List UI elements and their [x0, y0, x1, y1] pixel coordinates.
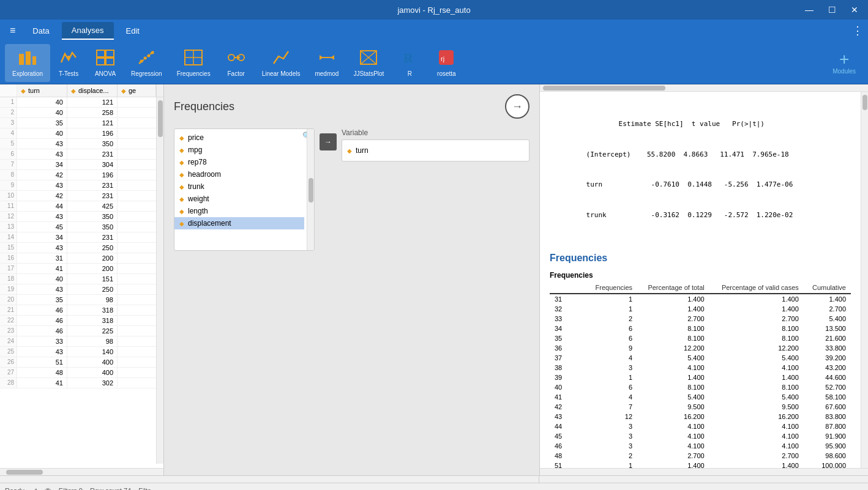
toolbar-medmod[interactable]: medmod — [307, 44, 346, 82]
row-number: 12 — [0, 212, 17, 221]
minimize-button[interactable]: — — [801, 4, 817, 16]
row-number: 5 — [0, 139, 17, 149]
r-icon: R — [400, 49, 419, 69]
toolbar-r[interactable]: R R — [391, 44, 428, 82]
var-item-weight[interactable]: ◆ weight — [174, 193, 304, 205]
results-vscrollbar[interactable] — [861, 92, 868, 468]
col-header-ge[interactable]: ◆ ge — [118, 84, 156, 97]
col-header-displacement[interactable]: ◆ displace... — [67, 84, 118, 97]
toolbar-factor[interactable]: Factor — [218, 44, 255, 82]
analysis-title: Frequencies — [174, 100, 234, 113]
data-cell: 121 — [67, 97, 118, 107]
freq-cell: 13.500 — [804, 324, 851, 333]
variable-target-box[interactable]: ◆ turn — [342, 139, 529, 161]
var-item-mpg[interactable]: ◆ mpg — [174, 144, 304, 156]
run-analysis-button[interactable]: → — [505, 94, 529, 119]
factor-icon — [226, 49, 246, 69]
freq-table-row: 431216.20016.20083.800 — [550, 412, 851, 421]
freq-table-row: 4434.1004.10087.800 — [550, 421, 851, 431]
results-top-scrollbar[interactable] — [540, 84, 868, 92]
freq-cell: 4.100 — [637, 363, 709, 373]
data-cell: 400 — [67, 357, 118, 367]
row-number: 13 — [0, 222, 17, 232]
data-table: ◆ turn ◆ displace... ◆ ge 14012124025833… — [0, 84, 163, 468]
variable-selection: 🔍 ◆ price ◆ mpg ◆ rep78 — [174, 128, 529, 251]
freq-cell: 3 — [586, 441, 637, 451]
freq-cell: 12.200 — [709, 343, 804, 353]
data-rows: 1401212402583351214401965433506432317343… — [0, 97, 156, 447]
freq-cell: 1.400 — [709, 294, 804, 304]
data-cell: 41 — [17, 378, 67, 388]
outer-hscrollbar[interactable] — [0, 475, 868, 483]
more-menu-button[interactable]: ⋮ — [852, 24, 863, 37]
toolbar-rosetta[interactable]: rj rosetta — [428, 44, 465, 82]
modules-button[interactable]: + Modules — [825, 48, 863, 77]
row-number: 2 — [0, 108, 17, 117]
freq-cell: 8.100 — [637, 382, 709, 392]
reg-row-1: turn -0.7610 0.1448 -5.256 1.477e-06 — [550, 180, 851, 190]
freq-cell: 5.400 — [709, 392, 804, 402]
freq-cell: 2 — [586, 314, 637, 324]
data-cell: 425 — [67, 201, 118, 211]
col-header-turn[interactable]: ◆ turn — [17, 84, 67, 97]
data-cell: 400 — [67, 368, 118, 377]
freq-cell: 39.200 — [804, 353, 851, 363]
data-vscrollbar[interactable] — [156, 97, 163, 464]
data-cell: 46 — [17, 305, 67, 315]
filters-count: Filters 0 — [59, 487, 83, 491]
data-cell: 250 — [67, 243, 118, 253]
var-item-trunk[interactable]: ◆ trunk — [174, 180, 304, 193]
freq-cell: 38 — [550, 363, 586, 373]
left-hscrollbar[interactable] — [0, 476, 539, 483]
eye-icon[interactable]: 👁 — [45, 487, 51, 491]
data-cell: 350 — [67, 222, 118, 232]
reg-row-2: trunk -0.3162 0.1229 -2.572 1.220e-02 — [550, 210, 851, 221]
toolbar-jjstatsplot[interactable]: JJStatsPlot — [346, 44, 391, 82]
toolbar-anova[interactable]: ANOVA — [87, 44, 124, 82]
tab-data[interactable]: Data — [23, 23, 59, 39]
toolbar-regression[interactable]: Regression — [124, 44, 170, 82]
freq-cell: 1.400 — [709, 461, 804, 468]
var-item-headroom[interactable]: ◆ headroom — [174, 168, 304, 180]
toolbar-ttests[interactable]: T-Tests — [50, 44, 87, 82]
data-hscrollbar[interactable] — [0, 468, 163, 475]
freq-cell: 95.900 — [804, 441, 851, 451]
tab-edit[interactable]: Edit — [116, 23, 149, 39]
toolbar-exploration[interactable]: Exploration — [5, 44, 50, 82]
exploration-label: Exploration — [12, 70, 43, 77]
data-panel: ◆ turn ◆ displace... ◆ ge 14012124025833… — [0, 84, 164, 475]
row-number: 10 — [0, 191, 17, 201]
freq-cell: 4 — [586, 392, 637, 402]
var-item-price[interactable]: ◆ price — [174, 132, 304, 144]
var-list-scrollbar[interactable] — [307, 129, 314, 250]
freq-cell: 2.700 — [709, 451, 804, 461]
row-number: 3 — [0, 118, 17, 128]
rosetta-icon: rj — [436, 49, 456, 69]
filter-icon[interactable]: ⊿ — [32, 486, 37, 490]
freq-cell: 32 — [550, 304, 586, 314]
var-item-length[interactable]: ◆ length — [174, 205, 304, 217]
freq-cell: 67.600 — [804, 402, 851, 412]
freq-cell: 8.100 — [637, 324, 709, 333]
table-row: 243398 — [0, 336, 156, 347]
freq-table-container: Frequencies Frequencies Percentage of to… — [550, 271, 851, 468]
results-bottom-scrollbar[interactable] — [540, 468, 868, 475]
table-row: 2146318 — [0, 305, 156, 316]
hamburger-menu[interactable]: ≡ — [5, 23, 20, 39]
freq-col-cumulative: Cumulative — [804, 282, 851, 294]
var-item-displacement[interactable]: ◆ displacement — [174, 217, 304, 229]
toolbar-frequencies[interactable]: Frequencies — [170, 44, 218, 82]
move-to-variable-button[interactable]: → — [320, 133, 337, 150]
right-hscrollbar[interactable] — [539, 476, 868, 483]
toolbar-linear-models[interactable]: Linear Models — [255, 44, 308, 82]
anova-icon — [95, 49, 115, 69]
close-button[interactable]: ✕ — [847, 4, 862, 16]
maximize-button[interactable]: ☐ — [825, 4, 840, 16]
svg-point-9 — [140, 59, 143, 62]
freq-table: Frequencies Frequencies Percentage of to… — [550, 271, 851, 468]
var-item-rep78[interactable]: ◆ rep78 — [174, 156, 304, 168]
table-row: 1243350 — [0, 212, 156, 222]
freq-cell: 4.100 — [709, 363, 804, 373]
freq-cell: 4.100 — [637, 431, 709, 441]
tab-analyses[interactable]: Analyses — [62, 22, 114, 40]
